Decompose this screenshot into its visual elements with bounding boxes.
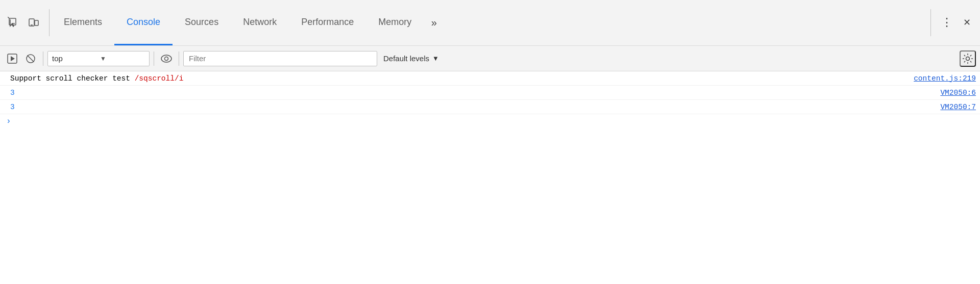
console-row-2-text: 3 xyxy=(10,89,930,97)
svg-line-8 xyxy=(28,55,34,62)
svg-point-10 xyxy=(165,57,168,60)
svg-point-9 xyxy=(161,55,172,62)
cursor-icon-button[interactable] xyxy=(4,13,22,32)
console-row-2-link[interactable]: VM2050:6 xyxy=(930,89,976,97)
live-expressions-button[interactable] xyxy=(158,50,175,67)
context-chevron-icon: ▼ xyxy=(100,55,145,62)
tab-console[interactable]: Console xyxy=(114,0,173,45)
execute-script-button[interactable] xyxy=(4,50,20,67)
console-row-1-link[interactable]: content.js:219 xyxy=(903,74,976,83)
inspect-mode-button[interactable] xyxy=(24,13,43,32)
play-icon xyxy=(7,54,17,64)
gear-icon xyxy=(962,53,973,64)
console-input[interactable] xyxy=(14,117,976,125)
console-row-2-number: 3 xyxy=(10,89,15,97)
eye-icon xyxy=(161,55,172,63)
console-row-1-red: /sqscroll/i xyxy=(135,74,184,83)
console-row-2: 3 VM2050:6 xyxy=(0,86,980,100)
tab-sources[interactable]: Sources xyxy=(173,0,231,45)
filter-input[interactable] xyxy=(183,51,377,66)
console-prompt-icon: › xyxy=(6,117,11,126)
tab-performance[interactable]: Performance xyxy=(289,0,366,45)
console-row-3-number: 3 xyxy=(10,103,15,111)
cursor-icon xyxy=(8,17,19,28)
toolbar-divider-1 xyxy=(43,51,43,66)
block-icon xyxy=(26,54,36,64)
console-toolbar: top ▼ Default levels ▼ xyxy=(0,46,980,71)
svg-line-1 xyxy=(8,17,9,18)
more-tabs-button[interactable]: » xyxy=(424,0,444,45)
close-devtools-button[interactable]: ✕ xyxy=(958,13,976,32)
tab-bar-right: ⋮ ✕ xyxy=(930,9,976,36)
console-row-3: 3 VM2050:7 xyxy=(0,100,980,114)
console-row-3-link[interactable]: VM2050:7 xyxy=(930,103,976,111)
console-input-row: › xyxy=(0,114,980,128)
more-options-button[interactable]: ⋮ xyxy=(937,13,955,32)
console-settings-button[interactable] xyxy=(960,50,976,67)
console-row-1-text: Support scroll checker test /sqscroll/i xyxy=(10,74,903,83)
device-icon xyxy=(28,17,39,28)
tab-memory[interactable]: Memory xyxy=(366,0,424,45)
console-output: Support scroll checker test /sqscroll/i … xyxy=(0,71,980,284)
devtools-icons xyxy=(4,9,50,36)
svg-marker-6 xyxy=(11,56,15,61)
svg-point-11 xyxy=(966,57,970,60)
context-selector[interactable]: top ▼ xyxy=(47,51,150,66)
tab-bar: Elements Console Sources Network Perform… xyxy=(0,0,980,46)
console-row-1-plain: Support scroll checker test xyxy=(10,74,135,83)
svg-rect-3 xyxy=(35,20,38,25)
log-levels-button[interactable]: Default levels ▼ xyxy=(379,51,443,66)
console-row-1: Support scroll checker test /sqscroll/i … xyxy=(0,71,980,86)
toolbar-divider-3 xyxy=(179,51,179,66)
toolbar-divider-2 xyxy=(154,51,154,66)
clear-console-button[interactable] xyxy=(22,50,39,67)
tab-network[interactable]: Network xyxy=(231,0,289,45)
tab-elements[interactable]: Elements xyxy=(52,0,114,45)
console-row-3-text: 3 xyxy=(10,103,930,111)
tab-list: Elements Console Sources Network Perform… xyxy=(52,0,444,45)
